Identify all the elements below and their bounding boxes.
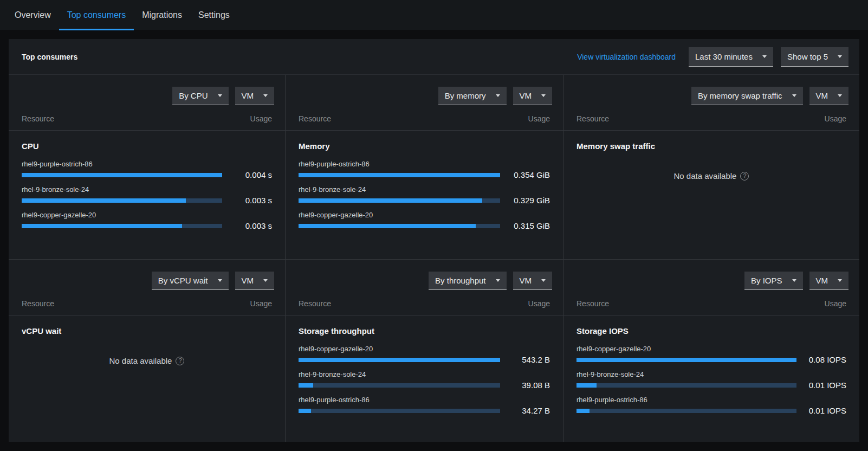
metric-select-storage-iops[interactable]: By IOPS <box>744 272 803 290</box>
usage-bar-track <box>299 173 500 177</box>
scope-select-value: VM <box>816 91 828 100</box>
top-consumers-card: Top consumers View virtualization dashbo… <box>9 39 859 442</box>
metric-select-storage-throughput[interactable]: By throughput <box>429 272 506 290</box>
panel-controls: By vCPU waitVM <box>9 260 285 290</box>
help-icon[interactable]: ? <box>740 172 749 181</box>
caret-down-icon <box>762 55 767 58</box>
usage-value: 0.01 IOPS <box>804 381 846 390</box>
scope-select-cpu[interactable]: VM <box>235 87 275 105</box>
panel-body: Storage throughputrhel9-copper-gazelle-2… <box>286 315 563 442</box>
panel-memory-swap-traffic: By memory swap trafficVMResourceUsageMem… <box>563 75 859 260</box>
usage-bar-row: 543.2 B <box>299 355 550 364</box>
caret-down-icon <box>541 94 546 97</box>
consumer-row: rhel9-copper-gazelle-20543.2 B <box>299 344 550 364</box>
usage-column-header: Usage <box>528 299 550 308</box>
consumer-name[interactable]: rhel9-copper-gazelle-20 <box>22 211 96 219</box>
tab-label: Migrations <box>142 10 182 20</box>
scope-select-value: VM <box>520 276 532 285</box>
usage-bar-fill <box>576 383 597 388</box>
scope-select-storage-throughput[interactable]: VM <box>513 272 553 290</box>
usage-value: 0.003 s <box>230 196 272 205</box>
tab-bar: Overview Top consumers Migrations Settin… <box>0 0 868 31</box>
scope-select-value: VM <box>520 91 532 100</box>
usage-bar-track <box>576 409 796 413</box>
panel-storage-throughput: By throughputVMResourceUsageStorage thro… <box>286 260 563 442</box>
time-range-select[interactable]: Last 30 minutes <box>689 47 773 67</box>
panel-vcpu-wait: By vCPU waitVMResourceUsagevCPU waitNo d… <box>9 260 286 442</box>
consumer-name[interactable]: rhel9-purple-ostrich-86 <box>299 396 370 404</box>
consumer-row: rhel-9-bronze-sole-240.329 GiB <box>299 184 550 205</box>
metric-select-value: By memory swap traffic <box>698 91 782 100</box>
usage-bar-fill <box>299 409 311 413</box>
usage-value: 0.354 GiB <box>508 170 550 179</box>
consumer-name[interactable]: rhel9-copper-gazelle-20 <box>299 211 373 219</box>
panels-grid: By CPUVMResourceUsageCPUrhel9-purple-ost… <box>9 75 859 442</box>
consumer-name[interactable]: rhel9-copper-gazelle-20 <box>576 345 651 353</box>
metric-select-value: By memory <box>445 91 486 100</box>
resource-column-header: Resource <box>22 299 54 308</box>
scope-select-vcpu-wait[interactable]: VM <box>235 272 275 290</box>
usage-bar-track <box>576 358 796 362</box>
tab-migrations[interactable]: Migrations <box>134 0 190 30</box>
usage-bar-track <box>299 358 500 362</box>
scope-select-storage-iops[interactable]: VM <box>809 272 849 290</box>
consumer-row: rhel-9-bronze-sole-240.01 IOPS <box>576 369 846 390</box>
usage-bar-track <box>299 383 500 388</box>
consumer-row: rhel9-copper-gazelle-200.08 IOPS <box>576 344 846 364</box>
metric-select-memory[interactable]: By memory <box>438 87 507 105</box>
scope-select-memory[interactable]: VM <box>513 87 553 105</box>
tab-overview[interactable]: Overview <box>7 0 59 30</box>
metric-select-value: By CPU <box>179 91 208 100</box>
consumer-name[interactable]: rhel9-purple-ostrich-86 <box>299 160 370 168</box>
consumer-name[interactable]: rhel9-purple-ostrich-86 <box>22 160 93 168</box>
metric-select-cpu[interactable]: By CPU <box>172 87 228 105</box>
panel-title: Memory swap traffic <box>576 141 846 151</box>
panel-storage-iops: By IOPSVMResourceUsageStorage IOPSrhel9-… <box>563 260 859 442</box>
column-headers: ResourceUsage <box>563 290 859 315</box>
metric-select-vcpu-wait[interactable]: By vCPU wait <box>152 272 229 290</box>
consumer-name[interactable]: rhel-9-bronze-sole-24 <box>299 185 366 194</box>
usage-bar-track <box>22 173 222 177</box>
consumer-row: rhel9-copper-gazelle-200.003 s <box>22 210 272 230</box>
usage-bar-fill <box>299 224 476 228</box>
usage-bar-fill <box>22 198 186 203</box>
no-data-message: No data available? <box>576 171 846 181</box>
metric-select-memory-swap-traffic[interactable]: By memory swap traffic <box>691 87 803 105</box>
consumer-name[interactable]: rhel-9-bronze-sole-24 <box>22 185 89 194</box>
time-range-select-value: Last 30 minutes <box>695 52 753 61</box>
usage-bar-row: 34.27 B <box>299 406 550 415</box>
card-header: Top consumers View virtualization dashbo… <box>9 39 859 75</box>
panel-controls: By IOPSVM <box>563 260 859 290</box>
usage-bar-row: 0.004 s <box>22 170 272 179</box>
consumer-row: rhel-9-bronze-sole-240.003 s <box>22 184 272 205</box>
usage-bar-row: 0.315 GiB <box>299 221 550 230</box>
usage-bar-row: 0.003 s <box>22 221 272 230</box>
column-headers: ResourceUsage <box>286 290 563 315</box>
panel-body: CPUrhel9-purple-ostrich-860.004 srhel-9-… <box>9 131 285 259</box>
panel-body: vCPU waitNo data available? <box>9 315 285 442</box>
tab-settings[interactable]: Settings <box>190 0 238 30</box>
consumer-name[interactable]: rhel-9-bronze-sole-24 <box>299 370 366 378</box>
consumer-name[interactable]: rhel-9-bronze-sole-24 <box>576 370 644 378</box>
tab-label: Settings <box>198 10 230 20</box>
panel-body: Memoryrhel9-purple-ostrich-860.354 GiBrh… <box>286 131 563 259</box>
panel-title: vCPU wait <box>22 326 272 336</box>
caret-down-icon <box>541 279 546 282</box>
scope-select-memory-swap-traffic[interactable]: VM <box>809 87 849 105</box>
usage-value: 0.003 s <box>230 221 272 230</box>
tab-top-consumers[interactable]: Top consumers <box>59 0 134 30</box>
consumer-name[interactable]: rhel9-purple-ostrich-86 <box>576 396 647 404</box>
consumer-row: rhel-9-bronze-sole-2439.08 B <box>299 369 550 390</box>
no-data-label: No data available <box>674 171 737 181</box>
consumer-row: rhel9-purple-ostrich-860.354 GiB <box>299 159 550 179</box>
view-virtualization-dashboard-link[interactable]: View virtualization dashboard <box>577 53 676 61</box>
help-icon[interactable]: ? <box>176 357 184 365</box>
panel-memory: By memoryVMResourceUsageMemoryrhel9-purp… <box>286 75 563 260</box>
usage-bar-fill <box>576 358 796 362</box>
tab-label: Overview <box>15 10 51 20</box>
page-content: Top consumers View virtualization dashbo… <box>0 31 868 442</box>
usage-value: 0.315 GiB <box>508 221 550 230</box>
consumer-name[interactable]: rhel9-copper-gazelle-20 <box>299 345 373 353</box>
show-top-select[interactable]: Show top 5 <box>781 47 848 67</box>
usage-bar-row: 0.01 IOPS <box>576 406 846 415</box>
